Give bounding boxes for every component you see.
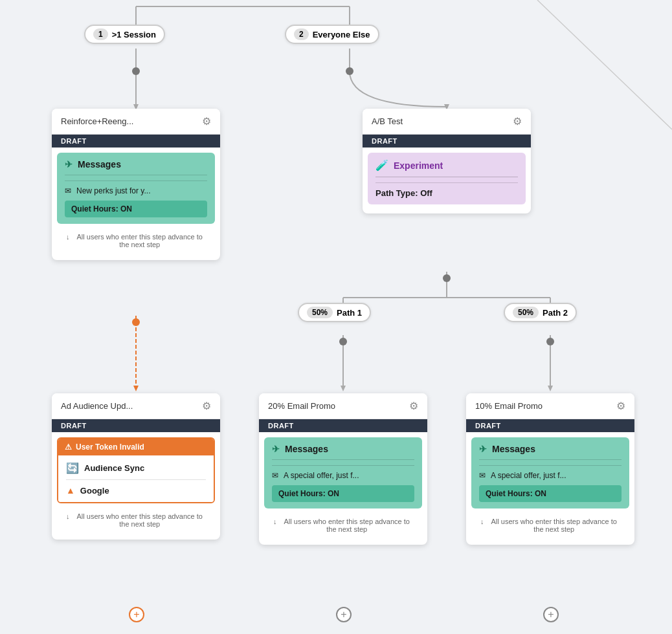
reinforce-reeng-node: Reinforce+Reeng... ⚙ DRAFT ✈ Messages ✉ … (52, 109, 220, 260)
ab-test-bottom-dot (443, 274, 451, 282)
email-promo-10-content: ✈ Messages ✉ A special offer, just f... … (466, 432, 634, 545)
experiment-title: 🧪 Experiment (375, 159, 518, 177)
path-1-pct: 50% (307, 307, 333, 318)
email-promo-10-gear-icon[interactable]: ⚙ (616, 400, 625, 412)
reinforce-email-preview: New perks just for y... (76, 186, 150, 195)
ab-test-draft-badge: DRAFT (363, 135, 531, 148)
email-promo-20-messages-title: ✈ Messages (272, 444, 414, 460)
connector-dot-1 (132, 67, 140, 75)
path-2-split-pill: 50% Path 2 (504, 303, 577, 322)
email-promo-20-quiet-hours: Quiet Hours: ON (272, 485, 414, 502)
email-promo-20-header: 20% Email Promo ⚙ (259, 393, 427, 419)
path-type-val: Off (420, 188, 432, 198)
email-promo-10-footer: ↓ All users who enter this step advance … (471, 512, 629, 540)
reinforce-content: ✈ Messages ✉ New perks just for y... Qui… (52, 148, 220, 260)
error-label: User Token Invalid (76, 443, 144, 452)
path-2-pill: 2 Everyone Else (285, 25, 379, 44)
add-button-reinforce[interactable]: + (129, 607, 144, 622)
reinforce-draft-badge: DRAFT (52, 135, 220, 148)
path-1-split-label: Path 1 (337, 308, 362, 318)
reinforce-messages-title: ✈ Messages (65, 159, 207, 175)
svg-marker-8 (133, 386, 139, 391)
add-button-10-promo[interactable]: + (543, 607, 559, 622)
down-arrow-icon-4: ↓ (480, 518, 484, 525)
ad-audience-header: Ad Audience Upd... ⚙ (52, 393, 220, 419)
path-1-split-pill: 50% Path 1 (298, 303, 371, 322)
path-1-number: 1 (93, 28, 108, 40)
svg-marker-14 (341, 386, 346, 391)
ad-audience-gear-icon[interactable]: ⚙ (202, 400, 211, 412)
ad-audience-content: ⚠ User Token Invalid 🔄 Audience Sync ▲ G… (52, 432, 220, 540)
ad-audience-node: Ad Audience Upd... ⚙ DRAFT ⚠ User Token … (52, 393, 220, 540)
email-icon-3: ✉ (479, 471, 486, 480)
email-promo-10-messages-title: ✈ Messages (479, 444, 622, 460)
email-promo-10-quiet-hours: Quiet Hours: ON (479, 485, 622, 502)
reinforce-header: Reinforce+Reeng... ⚙ (52, 109, 220, 135)
messages-icon-2: ✈ (272, 444, 280, 454)
down-arrow-icon: ↓ (66, 233, 70, 241)
email-promo-20-node: 20% Email Promo ⚙ DRAFT ✈ Messages ✉ A s… (259, 393, 427, 545)
messages-icon: ✈ (65, 159, 73, 169)
email-promo-20-email-preview: A special offer, just f... (284, 471, 359, 480)
reinforce-email-row: ✉ New perks just for y... (65, 186, 207, 195)
email-promo-10-email-preview: A special offer, just f... (491, 471, 566, 480)
email-promo-10-header: 10% Email Promo ⚙ (466, 393, 634, 419)
audience-error-bar: ⚠ User Token Invalid (58, 439, 214, 455)
path2-dot (546, 338, 554, 345)
reinforce-title: Reinforce+Reeng... (61, 116, 133, 126)
audience-sync-label: Audience Sync (84, 463, 144, 473)
google-icon: ▲ (66, 485, 75, 496)
ab-test-content: 🧪 Experiment Path Type: Off (363, 148, 531, 213)
svg-line-17 (537, 0, 672, 129)
add-button-20-promo[interactable]: + (336, 607, 352, 622)
path-2-pct: 50% (513, 307, 539, 318)
ab-test-title: A/B Test (372, 116, 403, 126)
ab-test-header: A/B Test ⚙ (363, 109, 531, 135)
connector-dot-2 (346, 67, 353, 75)
email-promo-20-title: 20% Email Promo (268, 401, 335, 411)
reinforce-gear-icon[interactable]: ⚙ (202, 115, 211, 127)
warning-icon: ⚠ (65, 443, 72, 452)
ab-test-node: A/B Test ⚙ DRAFT 🧪 Experiment Path Type:… (363, 109, 531, 213)
email-promo-20-footer: ↓ All users who enter this step advance … (264, 512, 422, 540)
google-label: Google (80, 486, 109, 496)
ab-test-gear-icon[interactable]: ⚙ (513, 115, 522, 127)
down-arrow-icon-2: ↓ (66, 512, 70, 520)
path-2-split-label: Path 2 (543, 308, 568, 318)
reinforce-messages-block: ✈ Messages ✉ New perks just for y... Qui… (57, 153, 215, 224)
path-2-number: 2 (294, 28, 309, 40)
audience-sync-icon: 🔄 (66, 462, 79, 474)
reinforce-footer: ↓ All users who enter this step advance … (57, 228, 215, 255)
svg-marker-16 (548, 386, 553, 391)
path-1-label: >1 Session (112, 30, 156, 39)
email-promo-20-email-row: ✉ A special offer, just f... (272, 471, 414, 480)
audience-sync-row: 🔄 Audience Sync (66, 462, 206, 480)
down-arrow-icon-3: ↓ (273, 518, 277, 525)
experiment-block: 🧪 Experiment Path Type: Off (368, 153, 526, 204)
email-promo-10-title: 10% Email Promo (475, 401, 543, 411)
audience-inner: 🔄 Audience Sync ▲ Google (58, 455, 214, 502)
path1-dot (339, 338, 347, 345)
email-icon-2: ✉ (272, 471, 278, 480)
email-promo-10-messages-block: ✈ Messages ✉ A special offer, just f... … (471, 437, 629, 508)
email-promo-10-node: 10% Email Promo ⚙ DRAFT ✈ Messages ✉ A s… (466, 393, 634, 545)
email-promo-10-email-row: ✉ A special offer, just f... (479, 471, 622, 480)
experiment-icon: 🧪 (375, 159, 388, 171)
email-promo-20-messages-block: ✈ Messages ✉ A special offer, just f... … (264, 437, 422, 508)
reinforce-quiet-hours: Quiet Hours: ON (65, 201, 207, 217)
path-type-row: Path Type: Off (375, 188, 518, 198)
ad-audience-footer: ↓ All users who enter this step advance … (57, 507, 215, 534)
path-2-label: Everyone Else (313, 30, 370, 39)
messages-icon-3: ✈ (479, 444, 487, 454)
email-icon: ✉ (65, 186, 71, 195)
orange-dot (132, 318, 140, 326)
email-promo-10-draft-badge: DRAFT (466, 419, 634, 432)
google-row: ▲ Google (66, 485, 206, 496)
ad-audience-title: Ad Audience Upd... (61, 401, 133, 411)
email-promo-20-gear-icon[interactable]: ⚙ (409, 400, 418, 412)
path-1-pill: 1 >1 Session (84, 25, 165, 44)
audience-block: ⚠ User Token Invalid 🔄 Audience Sync ▲ G… (57, 437, 215, 503)
email-promo-20-content: ✈ Messages ✉ A special offer, just f... … (259, 432, 427, 545)
ad-audience-draft-badge: DRAFT (52, 419, 220, 432)
email-promo-20-draft-badge: DRAFT (259, 419, 427, 432)
